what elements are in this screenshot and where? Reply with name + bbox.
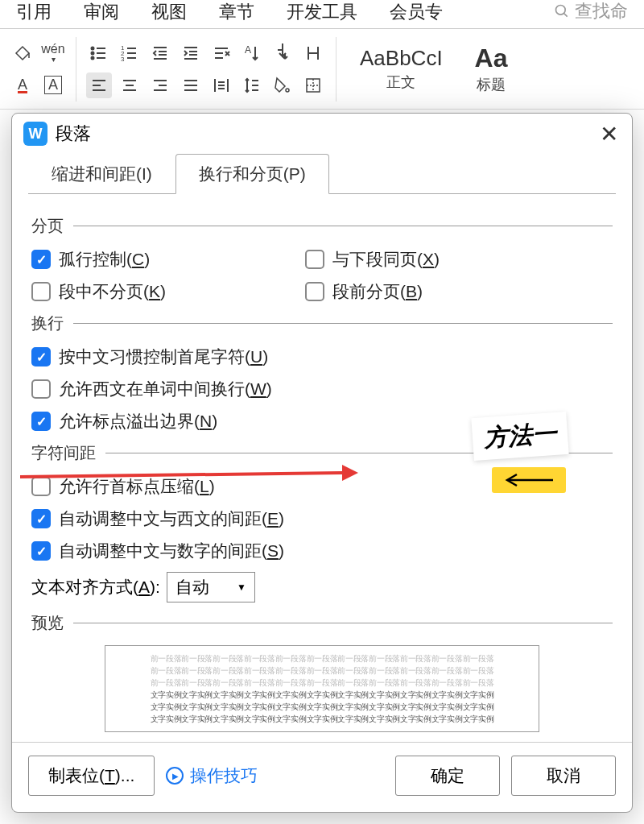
play-icon [166,767,184,785]
tab-indent-spacing[interactable]: 缩进和间距(I) [28,154,175,194]
checkbox-auto-cjk-latin[interactable]: 自动调整中文与西文的间距(E) [31,507,284,530]
cancel-button[interactable]: 取消 [511,756,616,796]
svg-point-49 [286,89,289,92]
checkbox-keep-lines-together[interactable]: 段中不分页(K) [31,280,273,303]
style-label: 正文 [386,72,415,92]
search-box[interactable]: 查找命 [554,0,628,22]
style-heading[interactable]: Aa 标题 [461,39,522,98]
shading-icon[interactable] [270,72,295,98]
section-pagination: 分页 [31,215,613,237]
checkbox-label: 段前分页(B) [332,280,423,303]
checkbox-icon [31,477,51,496]
paint-bucket-icon[interactable] [10,40,35,66]
preview-line: 文字实例文字实例文字实例文字实例文字实例文字实例文字实例文字实例文字实例文字实例… [151,702,494,713]
checkbox-page-break-before[interactable]: 段前分页(B) [305,280,547,303]
close-button[interactable]: ✕ [597,122,621,146]
tab-view[interactable]: 视图 [151,0,187,22]
svg-text:A: A [245,44,251,56]
checkbox-cjk-first-last[interactable]: 按中文习惯控制首尾字符(U) [31,346,273,368]
increase-indent-icon[interactable] [178,40,204,66]
checkbox-auto-cjk-number[interactable]: 自动调整中文与数字的间距(S) [31,540,284,562]
style-sample: AaBbCcI [360,46,443,71]
checkbox-label: 自动调整中文与数字的间距(S) [59,540,284,562]
character-border-icon[interactable]: A [40,72,66,98]
tab-chapter[interactable]: 章节 [219,0,254,22]
preview-box: 前一段落前一段落前一段落前一段落前一段落前一段落前一段落前一段落前一段落前一段落… [105,645,539,732]
checkbox-icon [31,282,51,301]
tab-line-page-breaks[interactable]: 换行和分页(P) [175,154,329,194]
tab-member[interactable]: 会员专 [390,0,443,22]
decrease-indent-icon[interactable] [147,40,173,66]
preview-line: 前一段落前一段落前一段落前一段落前一段落前一段落前一段落前一段落前一段落前一段落… [151,665,494,677]
dialog-titlebar: W 段落 ✕ [12,114,632,154]
checkbox-keep-with-next[interactable]: 与下段同页(X) [305,248,547,271]
tips-link[interactable]: 操作技巧 [166,764,258,787]
checkbox-icon [31,379,51,399]
svg-point-4 [92,52,94,54]
numbering-icon[interactable]: 123 [117,40,142,66]
preview-line: 文字实例文字实例文字实例文字实例文字实例文字实例文字实例文字实例文字实例文字实例… [151,689,494,701]
checkbox-compress-punct[interactable]: 允许行首标点压缩(L) [31,475,273,498]
style-label: 标题 [477,75,506,94]
checkbox-label: 允许行首标点压缩(L) [59,475,215,498]
style-normal[interactable]: AaBbCcI 正文 [346,42,456,96]
dropdown-value: 自动 [175,576,209,598]
checkbox-icon [31,347,51,366]
search-placeholder: 查找命 [575,0,628,23]
checkbox-allow-punct-overflow[interactable]: 允许标点溢出边界(N) [31,410,273,433]
sort-icon[interactable]: A [239,40,265,66]
checkbox-label: 自动调整中文与西文的间距(E) [59,507,284,530]
section-linebreak: 换行 [31,313,613,334]
ok-button[interactable]: 确定 [395,756,500,796]
dialog-footer: 制表位(T)... 操作技巧 确定 取消 [12,742,632,812]
chevron-down-icon: ▼ [237,582,246,593]
checkbox-label: 允许标点溢出边界(N) [59,410,217,433]
dialog-tabs: 缩进和间距(I) 换行和分页(P) [12,154,632,194]
paragraph-dialog: W 段落 ✕ 缩进和间距(I) 换行和分页(P) 分页 孤行控制(C) 与下段同… [11,113,633,813]
checkbox-icon [31,541,51,561]
line-spacing-icon[interactable] [239,72,265,98]
clear-formatting-icon[interactable] [208,40,234,66]
align-right-icon[interactable] [147,72,173,98]
align-left-icon[interactable] [86,72,112,98]
dialog-title: 段落 [56,122,91,146]
tab-reference[interactable]: 引用 [16,0,52,22]
checkbox-icon [31,250,51,269]
alignment-label: 文本对齐方式(A): [31,576,160,598]
checkbox-allow-latin-wrap[interactable]: 允许西文在单词中间换行(W) [31,378,273,400]
show-marks-icon[interactable] [300,40,326,66]
bullets-icon[interactable] [86,40,112,66]
checkbox-label: 段中不分页(K) [59,280,166,303]
checkbox-label: 孤行控制(C) [59,248,150,271]
preview-line: 前一段落前一段落前一段落前一段落前一段落前一段落前一段落前一段落前一段落前一段落… [151,653,494,665]
pinyin-guide-icon[interactable]: wén▾ [40,40,66,66]
checkbox-icon [305,282,324,301]
svg-text:3: 3 [121,56,125,63]
divider [76,37,76,101]
alignment-dropdown[interactable]: 自动 ▼ [167,572,255,602]
checkbox-label: 允许西文在单词中间换行(W) [59,378,272,400]
tab-review[interactable]: 审阅 [84,0,119,22]
tab-developer[interactable]: 开发工具 [287,0,357,22]
align-center-icon[interactable] [117,72,142,98]
app-logo-icon: W [23,122,47,146]
paragraph-mark-icon[interactable] [270,40,295,66]
svg-point-2 [92,47,94,49]
checkbox-label: 按中文习惯控制首尾字符(U) [59,346,268,368]
search-icon [554,3,570,19]
font-color-icon[interactable]: A [10,72,35,98]
align-justify-icon[interactable] [178,72,204,98]
checkbox-icon [31,509,51,528]
checkbox-widow-control[interactable]: 孤行控制(C) [31,248,273,271]
checkbox-icon [305,250,324,269]
tips-label: 操作技巧 [190,764,258,787]
borders-icon[interactable] [300,72,326,98]
preview-line: 文字实例文字实例文字实例文字实例文字实例文字实例文字实例文字实例文字实例文字实例… [151,714,494,725]
svg-point-0 [556,5,566,14]
checkbox-icon [31,412,51,431]
checkbox-label: 与下段同页(X) [332,248,440,271]
distribute-icon[interactable] [208,72,234,98]
svg-line-1 [564,13,568,16]
tabs-button[interactable]: 制表位(T)... [28,756,155,796]
section-charspacing: 字符间距 [31,442,613,464]
